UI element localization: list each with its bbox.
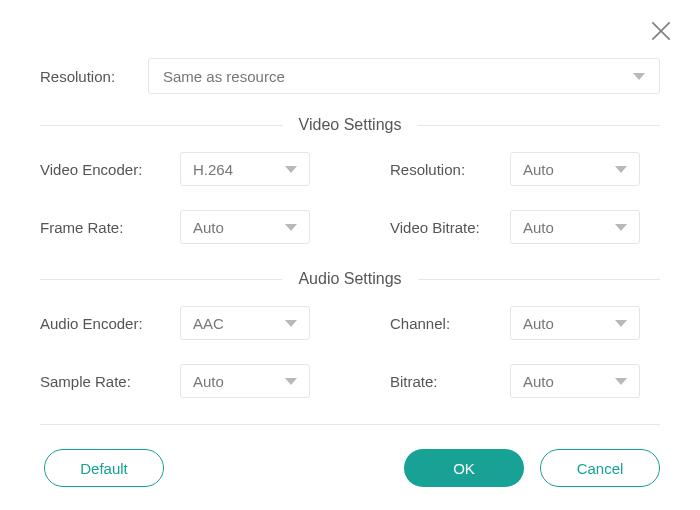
video-encoder-dropdown[interactable]: H.264 — [180, 152, 310, 186]
audio-bitrate-value: Auto — [523, 373, 554, 390]
video-settings-grid: Video Encoder: H.264 Resolution: Auto Fr… — [40, 152, 660, 244]
chevron-down-icon — [285, 166, 297, 173]
sample-rate-label: Sample Rate: — [40, 373, 180, 390]
channel-label: Channel: — [390, 315, 510, 332]
sample-rate-dropdown[interactable]: Auto — [180, 364, 310, 398]
chevron-down-icon — [633, 73, 645, 80]
audio-settings-grid: Audio Encoder: AAC Channel: Auto Sample … — [40, 306, 660, 398]
chevron-down-icon — [285, 224, 297, 231]
footer: Default OK Cancel — [40, 449, 660, 487]
video-bitrate-dropdown[interactable]: Auto — [510, 210, 640, 244]
video-resolution-dropdown[interactable]: Auto — [510, 152, 640, 186]
top-resolution-row: Resolution: Same as resource — [40, 58, 660, 94]
video-resolution-label: Resolution: — [390, 161, 510, 178]
default-button[interactable]: Default — [44, 449, 164, 487]
top-resolution-dropdown[interactable]: Same as resource — [148, 58, 660, 94]
chevron-down-icon — [285, 320, 297, 327]
video-settings-title: Video Settings — [283, 116, 418, 134]
video-settings-divider: Video Settings — [40, 116, 660, 134]
top-resolution-label: Resolution: — [40, 68, 148, 85]
audio-encoder-value: AAC — [193, 315, 224, 332]
audio-settings-divider: Audio Settings — [40, 270, 660, 288]
video-encoder-value: H.264 — [193, 161, 233, 178]
close-icon — [648, 18, 674, 44]
channel-value: Auto — [523, 315, 554, 332]
close-button[interactable] — [648, 18, 674, 44]
chevron-down-icon — [615, 320, 627, 327]
video-encoder-label: Video Encoder: — [40, 161, 180, 178]
audio-bitrate-dropdown[interactable]: Auto — [510, 364, 640, 398]
chevron-down-icon — [615, 224, 627, 231]
frame-rate-dropdown[interactable]: Auto — [180, 210, 310, 244]
settings-dialog: Resolution: Same as resource Video Setti… — [0, 0, 700, 487]
video-bitrate-label: Video Bitrate: — [390, 219, 510, 236]
ok-button[interactable]: OK — [404, 449, 524, 487]
audio-bitrate-label: Bitrate: — [390, 373, 510, 390]
audio-encoder-label: Audio Encoder: — [40, 315, 180, 332]
cancel-button[interactable]: Cancel — [540, 449, 660, 487]
frame-rate-label: Frame Rate: — [40, 219, 180, 236]
video-bitrate-value: Auto — [523, 219, 554, 236]
audio-settings-title: Audio Settings — [282, 270, 417, 288]
footer-divider — [40, 424, 660, 425]
channel-dropdown[interactable]: Auto — [510, 306, 640, 340]
top-resolution-value: Same as resource — [163, 68, 285, 85]
frame-rate-value: Auto — [193, 219, 224, 236]
chevron-down-icon — [615, 166, 627, 173]
chevron-down-icon — [285, 378, 297, 385]
chevron-down-icon — [615, 378, 627, 385]
audio-encoder-dropdown[interactable]: AAC — [180, 306, 310, 340]
video-resolution-value: Auto — [523, 161, 554, 178]
sample-rate-value: Auto — [193, 373, 224, 390]
